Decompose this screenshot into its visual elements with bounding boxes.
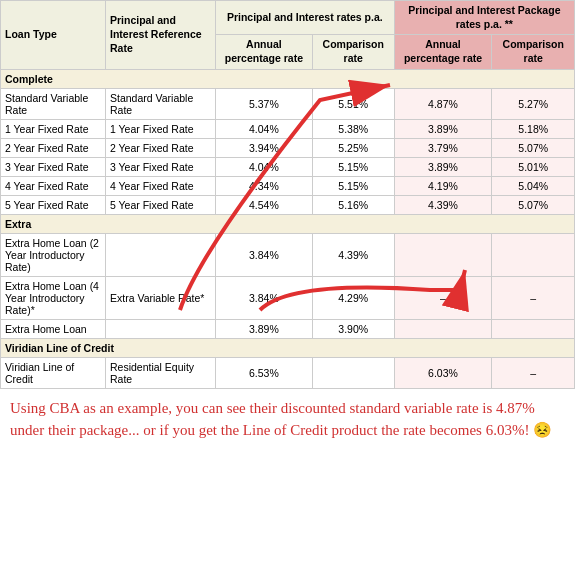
loan-type-header: Loan Type xyxy=(1,1,106,70)
table-cell: – xyxy=(394,276,492,319)
section-header-row: Extra xyxy=(1,214,575,233)
table-cell: 3.84% xyxy=(216,233,313,276)
table-cell: Residential Equity Rate xyxy=(106,357,216,388)
table-cell: 6.03% xyxy=(394,357,492,388)
table-cell: 5.07% xyxy=(492,195,575,214)
ref-rate-header: Principal and Interest Reference Rate xyxy=(106,1,216,70)
table-cell: 6.53% xyxy=(216,357,313,388)
table-cell: 5.51% xyxy=(312,88,394,119)
bottom-text-container: Using CBA as an example, you can see the… xyxy=(0,389,575,447)
pi-comparison-header: Comparison rate xyxy=(312,35,394,69)
table-cell: Standard Variable Rate xyxy=(106,88,216,119)
table-cell: 5.07% xyxy=(492,138,575,157)
page-wrapper: Loan Type Principal and Interest Referen… xyxy=(0,0,575,447)
table-cell: 5.15% xyxy=(312,157,394,176)
table-cell xyxy=(106,233,216,276)
table-cell: 5.18% xyxy=(492,119,575,138)
section-header-row: Viridian Line of Credit xyxy=(1,338,575,357)
table-cell: 2 Year Fixed Rate xyxy=(106,138,216,157)
table-cell: 4 Year Fixed Rate xyxy=(1,176,106,195)
table-cell: 5.27% xyxy=(492,88,575,119)
table-cell: 5.04% xyxy=(492,176,575,195)
table-cell xyxy=(492,319,575,338)
pi-rates-header: Principal and Interest rates p.a. xyxy=(216,1,395,35)
table-cell: 5 Year Fixed Rate xyxy=(1,195,106,214)
table-cell: Extra Home Loan xyxy=(1,319,106,338)
rates-table: Loan Type Principal and Interest Referen… xyxy=(0,0,575,389)
table-cell xyxy=(492,233,575,276)
table-cell: 4.04% xyxy=(216,157,313,176)
table-row: 4 Year Fixed Rate4 Year Fixed Rate4.34%5… xyxy=(1,176,575,195)
table-cell: 5 Year Fixed Rate xyxy=(106,195,216,214)
table-cell xyxy=(106,319,216,338)
table-cell: 2 Year Fixed Rate xyxy=(1,138,106,157)
table-cell: 3.94% xyxy=(216,138,313,157)
table-cell: Viridian Line of Credit xyxy=(1,357,106,388)
table-cell: 5.38% xyxy=(312,119,394,138)
table-cell: 3.89% xyxy=(394,157,492,176)
table-cell: 5.37% xyxy=(216,88,313,119)
table-cell: 4.54% xyxy=(216,195,313,214)
table-row: 2 Year Fixed Rate2 Year Fixed Rate3.94%5… xyxy=(1,138,575,157)
bottom-text: Using CBA as an example, you can see the… xyxy=(10,400,552,439)
table-row: 5 Year Fixed Rate5 Year Fixed Rate4.54%5… xyxy=(1,195,575,214)
pi-annual-header: Annual percentage rate xyxy=(216,35,313,69)
section-header-row: Complete xyxy=(1,69,575,88)
table-cell xyxy=(312,357,394,388)
table-cell xyxy=(394,319,492,338)
table-row: 1 Year Fixed Rate1 Year Fixed Rate4.04%5… xyxy=(1,119,575,138)
table-cell: 4.39% xyxy=(312,233,394,276)
table-row: Extra Home Loan3.89%3.90% xyxy=(1,319,575,338)
pkg-comparison-header: Comparison rate xyxy=(492,35,575,69)
table-cell: 4 Year Fixed Rate xyxy=(106,176,216,195)
table-cell: Extra Home Loan (4 Year Introductory Rat… xyxy=(1,276,106,319)
table-row: Extra Home Loan (2 Year Introductory Rat… xyxy=(1,233,575,276)
table-row: Extra Home Loan (4 Year Introductory Rat… xyxy=(1,276,575,319)
table-cell: 5.16% xyxy=(312,195,394,214)
table-cell: Extra Variable Rate* xyxy=(106,276,216,319)
table-cell: 3.90% xyxy=(312,319,394,338)
table-cell: – xyxy=(492,357,575,388)
table-cell: 5.15% xyxy=(312,176,394,195)
table-cell: 3.84% xyxy=(216,276,313,319)
table-cell: 4.87% xyxy=(394,88,492,119)
table-cell: 3 Year Fixed Rate xyxy=(1,157,106,176)
table-cell: – xyxy=(492,276,575,319)
table-cell: 4.39% xyxy=(394,195,492,214)
table-row: 3 Year Fixed Rate3 Year Fixed Rate4.04%5… xyxy=(1,157,575,176)
table-cell: 1 Year Fixed Rate xyxy=(106,119,216,138)
table-row: Viridian Line of CreditResidential Equit… xyxy=(1,357,575,388)
table-cell: Extra Home Loan (2 Year Introductory Rat… xyxy=(1,233,106,276)
table-cell: 3.89% xyxy=(216,319,313,338)
table-cell: 3.79% xyxy=(394,138,492,157)
table-cell xyxy=(394,233,492,276)
table-cell: 3 Year Fixed Rate xyxy=(106,157,216,176)
pkg-annual-header: Annual percentage rate xyxy=(394,35,492,69)
table-cell: 5.01% xyxy=(492,157,575,176)
table-cell: Standard Variable Rate xyxy=(1,88,106,119)
table-cell: 4.29% xyxy=(312,276,394,319)
table-row: Standard Variable RateStandard Variable … xyxy=(1,88,575,119)
table-cell: 3.89% xyxy=(394,119,492,138)
table-cell: 4.34% xyxy=(216,176,313,195)
table-cell: 5.25% xyxy=(312,138,394,157)
table-cell: 4.19% xyxy=(394,176,492,195)
pkg-rates-header: Principal and Interest Package rates p.a… xyxy=(394,1,574,35)
table-cell: 4.04% xyxy=(216,119,313,138)
table-cell: 1 Year Fixed Rate xyxy=(1,119,106,138)
